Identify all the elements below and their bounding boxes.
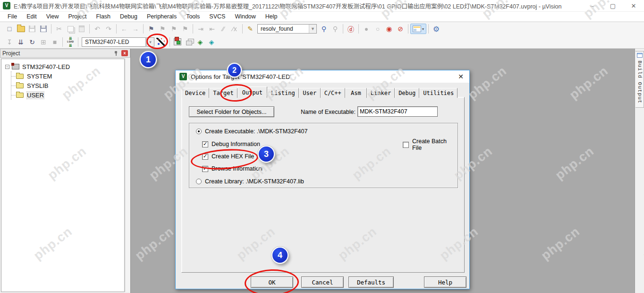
annotation-badge-1: 1: [140, 51, 157, 68]
tree-item[interactable]: SYSTEM: [11, 71, 124, 81]
minimize-button[interactable]: –: [582, 0, 602, 12]
checkbox-icon[interactable]: [202, 154, 208, 160]
create-batch-file-checkbox-row[interactable]: Create Batch File: [403, 138, 458, 151]
tab[interactable]: User: [299, 88, 321, 98]
menu-item[interactable]: Help: [261, 12, 282, 22]
create-executable-radio-row[interactable]: Create Executable: .\MDK-STM32F407: [196, 128, 307, 135]
manage-run-time-environment-icon[interactable]: [172, 37, 183, 47]
menu-item[interactable]: Flash: [91, 12, 115, 22]
menu-item[interactable]: File: [3, 12, 22, 22]
help-button[interactable]: Help: [424, 276, 466, 288]
defaults-button[interactable]: Defaults: [348, 276, 394, 288]
rebuild-icon[interactable]: ↻: [26, 37, 38, 47]
new-file-icon[interactable]: □: [4, 24, 15, 34]
checkbox-icon[interactable]: [403, 142, 409, 148]
translate-icon[interactable]: ↧: [4, 37, 15, 47]
toggle-bookmark-icon[interactable]: ⚑: [145, 24, 157, 34]
target-select-combo[interactable]: STM32F407-LED: [82, 37, 146, 47]
configure-find-icon[interactable]: ✎: [245, 24, 256, 34]
find-in-files-icon[interactable]: ⚲: [318, 24, 330, 34]
menu-item[interactable]: Tools: [181, 12, 204, 22]
name-of-executable-input[interactable]: MDK-STM32F407: [357, 106, 438, 117]
close-button[interactable]: ✕: [623, 0, 644, 12]
project-scrollbar[interactable]: [125, 59, 130, 292]
previous-bookmark-icon[interactable]: ⚑: [157, 24, 168, 34]
disable-all-breakpoints-icon[interactable]: ◉: [383, 24, 395, 34]
tab[interactable]: Debug: [395, 88, 419, 98]
menu-item[interactable]: SVCS: [204, 12, 230, 22]
kill-all-breakpoints-icon[interactable]: ⊘: [395, 24, 406, 34]
tab[interactable]: Linker: [367, 88, 395, 98]
paste-icon[interactable]: [76, 24, 87, 34]
project-panel-close-button[interactable]: x: [121, 50, 128, 56]
tab[interactable]: Listing: [267, 88, 299, 98]
lookup-word-icon[interactable]: ⓓ: [345, 24, 356, 34]
select-folder-for-objects-button[interactable]: Select Folder for Objects...: [189, 106, 274, 117]
next-bookmark-icon[interactable]: ⚑: [168, 24, 179, 34]
select-software-packs-icon[interactable]: ◈: [195, 37, 206, 47]
undo-icon[interactable]: ↶: [92, 24, 103, 34]
menu-item[interactable]: Peripherals: [142, 12, 181, 22]
tab[interactable]: Target: [209, 88, 237, 98]
cancel-button[interactable]: Cancel: [301, 276, 344, 288]
tree-root-label: STM32F407-LED: [22, 63, 70, 70]
cut-icon[interactable]: ✂: [53, 24, 65, 34]
redo-icon[interactable]: ↷: [103, 24, 114, 34]
tree-item[interactable]: USER: [11, 90, 124, 100]
download-icon[interactable]: LOAD: [65, 37, 76, 47]
save-all-icon[interactable]: [38, 24, 49, 34]
tree-root-item[interactable]: − STM32F407-LED: [4, 62, 124, 71]
radio-icon[interactable]: [196, 129, 202, 134]
configure-tools-icon[interactable]: ⚙: [431, 24, 442, 34]
menu-item[interactable]: Debug: [115, 12, 142, 22]
tree-item[interactable]: SYSLIB: [11, 81, 124, 90]
navigate-back-icon[interactable]: ←: [119, 24, 130, 34]
unindent-icon[interactable]: ⇤: [206, 24, 218, 34]
tab[interactable]: C/C++: [321, 88, 345, 98]
open-folder-icon[interactable]: [15, 24, 26, 34]
chevron-down-icon[interactable]: ▾: [422, 27, 424, 31]
tree-expander-icon[interactable]: −: [5, 65, 9, 69]
find-text-combo[interactable]: resolv_found ▼: [257, 24, 317, 34]
chevron-down-icon[interactable]: ▼: [309, 25, 316, 33]
dialog-close-button[interactable]: ✕: [456, 73, 466, 80]
comment-icon[interactable]: ∕∕: [218, 24, 229, 34]
tab[interactable]: Asm: [345, 88, 367, 98]
clear-bookmarks-icon[interactable]: ⚑: [179, 24, 191, 34]
build-icon[interactable]: ⇊: [15, 37, 26, 47]
checkbox-icon[interactable]: [202, 141, 208, 147]
batch-build-icon[interactable]: ⊞: [38, 37, 49, 47]
window-layout-icon[interactable]: ▾: [410, 24, 426, 34]
copy-icon[interactable]: [65, 24, 76, 34]
project-panel-title: Project: [2, 50, 113, 57]
checkbox-icon[interactable]: [202, 166, 208, 172]
browse-information-checkbox-row[interactable]: Browse Information: [202, 165, 263, 172]
uncomment-icon[interactable]: ∕x: [229, 24, 240, 34]
target-select-dropdown[interactable]: ▾: [146, 37, 154, 47]
menu-item[interactable]: View: [42, 12, 64, 22]
manage-project-items-icon[interactable]: [183, 37, 195, 47]
stop-build-icon[interactable]: ■: [49, 37, 60, 47]
ok-button[interactable]: OK: [251, 276, 293, 288]
radio-icon[interactable]: [196, 179, 202, 184]
tab[interactable]: Utilities: [419, 88, 458, 98]
pack-installer-icon[interactable]: ◈: [206, 37, 217, 47]
navigate-forward-icon[interactable]: →: [130, 24, 141, 34]
menu-item[interactable]: Edit: [22, 12, 42, 22]
build-output-tab[interactable]: Build Output: [636, 51, 644, 108]
save-icon[interactable]: [26, 24, 38, 34]
menu-item[interactable]: Window: [230, 12, 260, 22]
tab[interactable]: Output: [237, 86, 267, 98]
menu-item[interactable]: Project: [64, 12, 92, 22]
insert-breakpoint-icon[interactable]: ●: [361, 24, 372, 34]
enable-breakpoint-icon[interactable]: ○: [372, 24, 383, 34]
debug-information-checkbox-row[interactable]: Debug Information: [202, 141, 260, 147]
options-for-target-icon[interactable]: [154, 37, 168, 47]
create-library-radio-row[interactable]: Create Library: .\MDK-STM32F407.lib: [196, 178, 304, 185]
pin-icon[interactable]: [113, 51, 119, 56]
create-hex-file-checkbox-row[interactable]: Create HEX File: [202, 153, 254, 160]
grep-icon[interactable]: ⚲: [330, 24, 341, 34]
maximize-button[interactable]: ▢: [602, 0, 623, 12]
indent-icon[interactable]: ⇥: [195, 24, 206, 34]
tab[interactable]: Device: [181, 88, 209, 98]
